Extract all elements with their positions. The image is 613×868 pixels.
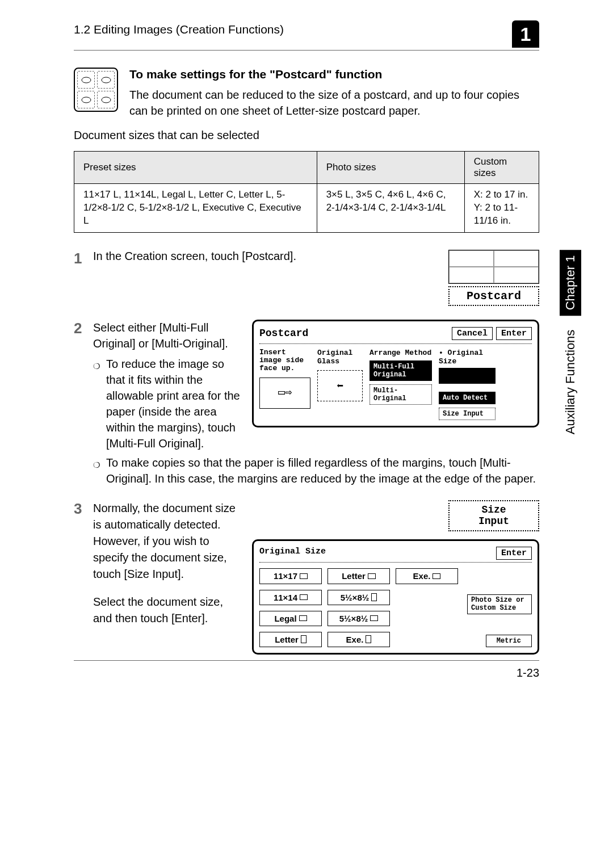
glass-diagram-icon: ⬅	[317, 370, 363, 401]
step-number: 2	[74, 320, 85, 487]
th-preset: Preset sizes	[74, 152, 317, 184]
step-number: 1	[74, 250, 85, 306]
svg-point-1	[102, 77, 111, 83]
side-tab: Auxiliary Functions Chapter 1	[560, 250, 581, 434]
svg-point-0	[82, 77, 91, 83]
original-size-label: • Original Size	[439, 349, 496, 366]
postcard-touch-button-thumb: Postcard	[448, 250, 539, 306]
step2-bullet1: To reduce the image so that it fits with…	[106, 356, 241, 451]
size-exe-l-button[interactable]: Exe.	[396, 568, 458, 584]
cancel-button[interactable]: Cancel	[452, 327, 493, 340]
multi-original-button[interactable]: Multi-Original	[370, 384, 432, 405]
td-photo: 3×5 L, 3×5 C, 4×6 L, 4×6 C, 2-1/4×3-1/4 …	[317, 184, 464, 233]
doc-sizes-label: Document sizes that can be selected	[74, 129, 539, 142]
step-number: 3	[74, 500, 85, 655]
size-11x14-button[interactable]: 11×14	[259, 590, 322, 605]
bullet-icon	[93, 356, 100, 451]
photo-custom-size-button[interactable]: Photo Size or Custom Size	[467, 594, 532, 614]
size-letter-p-button[interactable]: Letter	[259, 632, 322, 647]
size-input-button[interactable]: Size Input	[439, 408, 496, 420]
original-glass-label: Original Glass	[317, 349, 363, 366]
td-preset: 11×17 L, 11×14L, Legal L, Letter C, Lett…	[74, 184, 317, 233]
step2-bullet2: To make copies so that the paper is fill…	[106, 455, 539, 487]
panel2-title: Original Size	[259, 547, 326, 560]
svg-point-2	[82, 97, 91, 103]
th-custom: Custom sizes	[464, 152, 539, 184]
sizes-table: Preset sizes Photo sizes Custom sizes 11…	[74, 151, 539, 233]
size-5x8-p-button[interactable]: 5½×8½	[328, 590, 390, 605]
metric-button[interactable]: Metric	[486, 635, 532, 647]
td-custom: X: 2 to 17 in. Y: 2 to 11-11/16 in.	[464, 184, 539, 233]
panel-title: Postcard	[259, 328, 308, 339]
side-chapter-label: Chapter 1	[560, 250, 581, 316]
section-heading: To make settings for the "Postcard" func…	[129, 68, 539, 81]
step2-lead: Select either [Multi-Full Original] or […	[93, 320, 241, 351]
original-size-display	[439, 368, 496, 384]
svg-point-3	[102, 97, 111, 103]
enter-button[interactable]: Enter	[496, 547, 532, 560]
size-letter-l-button[interactable]: Letter	[328, 568, 390, 584]
enter-button[interactable]: Enter	[496, 327, 532, 340]
step3-p1: Normally, the document size is automatic…	[93, 500, 241, 582]
postcard-panel: Postcard Cancel Enter Insert image side …	[252, 320, 539, 427]
chapter-badge: 1	[512, 20, 539, 48]
multi-full-original-button[interactable]: Multi-Full Original	[370, 360, 432, 381]
arrange-method-label: Arrange Method	[370, 349, 432, 357]
size-11x17-button[interactable]: 11×17	[259, 568, 322, 584]
step3-p2: Select the document size, and then touch…	[93, 594, 241, 627]
insert-label: Insert image side face up.	[259, 349, 310, 373]
page-number: 1-23	[74, 660, 539, 680]
insert-diagram-icon: ▭⇨	[259, 378, 310, 409]
section-paragraph: The document can be reduced to the size …	[129, 87, 539, 119]
auto-detect-button[interactable]: Auto Detect	[439, 392, 496, 404]
side-aux-label: Auxiliary Functions	[563, 330, 578, 435]
size-exe-p-button[interactable]: Exe.	[328, 632, 390, 647]
size-legal-button[interactable]: Legal	[259, 611, 322, 626]
postcard-button-label[interactable]: Postcard	[448, 286, 539, 306]
original-size-panel: Original Size Enter 11×17 Letter Exe. 11…	[252, 539, 539, 654]
size-5x8-l-button[interactable]: 5½×8½	[328, 611, 390, 626]
page-header: 1.2 Editing Images (Creation Functions)	[74, 23, 512, 36]
postcard-function-icon	[74, 68, 118, 112]
step1-text: In the Creation screen, touch [Postcard]…	[93, 250, 431, 306]
bullet-icon	[93, 455, 100, 487]
th-photo: Photo sizes	[317, 152, 464, 184]
size-input-touch-button[interactable]: Size Input	[448, 500, 539, 532]
